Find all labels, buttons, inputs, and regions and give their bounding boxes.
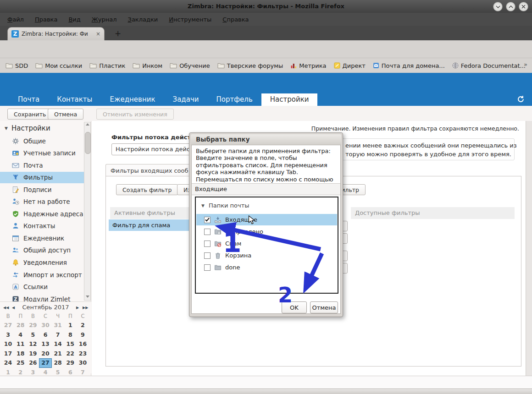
calendar-day[interactable]: 20 — [39, 349, 51, 359]
folder-row[interactable]: done — [196, 262, 337, 273]
bookmark-item[interactable]: Метрика — [290, 62, 326, 69]
calendar-day[interactable]: 15 — [64, 339, 77, 349]
incoming-filters-tab[interactable]: Фильтры входящих сооб — [105, 164, 195, 176]
bookmark-item[interactable]: Почта для домена... — [373, 62, 445, 69]
menu-item[interactable]: Справка — [222, 16, 249, 23]
calendar-day[interactable]: 30 — [39, 321, 51, 330]
folder-checkbox[interactable] — [204, 229, 211, 235]
menu-item[interactable]: Инструменты — [169, 16, 211, 23]
sidebar-item-mail[interactable]: Почта — [0, 159, 84, 171]
sidebar-item-trusted[interactable]: Надежные адреса — [0, 208, 84, 219]
sidebar-item-contacts[interactable]: Контакты — [0, 220, 84, 232]
menu-item[interactable]: Правка — [35, 16, 57, 23]
zimbra-tab[interactable]: Контакты — [48, 93, 101, 106]
calendar-day[interactable]: 19 — [27, 349, 39, 359]
refresh-icon[interactable] — [517, 95, 525, 103]
calendar-day[interactable]: 29 — [27, 321, 39, 330]
calendar-day[interactable]: 28 — [52, 358, 64, 368]
calendar-day[interactable]: 17 — [2, 349, 14, 359]
calendar-day[interactable]: 25 — [14, 358, 27, 368]
tab-close-icon[interactable]: × — [96, 31, 100, 37]
calendar-day[interactable]: 30 — [77, 358, 89, 368]
browser-tab[interactable]: Z Zimbra: Настройки: Фи × — [7, 27, 105, 40]
sidebar-item-away[interactable]: Нет на работе — [0, 196, 84, 208]
sidebar-item-filter[interactable]: Фильтры — [0, 172, 84, 183]
bookmark-item[interactable]: Мои ссылки — [35, 62, 82, 69]
bookmark-item[interactable]: Инком — [133, 62, 162, 69]
save-button[interactable]: Сохранить — [7, 109, 52, 120]
calendar-day[interactable]: 2 — [77, 321, 89, 330]
calendar-day[interactable]: 14 — [52, 339, 64, 349]
menu-item[interactable]: Закладки — [128, 16, 158, 23]
folder-row[interactable]: Спам — [196, 238, 337, 249]
sidebar-header[interactable]: ▼Настройки — [5, 124, 50, 132]
bookmarks-overflow-chevron[interactable]: » — [524, 61, 527, 68]
folder-checkbox[interactable] — [204, 241, 211, 247]
calendar-day[interactable]: 8 — [64, 330, 77, 340]
calendar-day[interactable]: 22 — [64, 349, 77, 359]
sidebar-item-calendar[interactable]: Ежедневник — [0, 232, 84, 244]
calendar-day[interactable]: 23 — [77, 349, 89, 359]
zimbra-tab[interactable]: Задачи — [164, 93, 208, 106]
folder-checkbox[interactable] — [204, 217, 211, 223]
menu-item[interactable]: Вид — [68, 16, 80, 23]
bookmark-item[interactable]: Тверские форумы — [217, 62, 283, 69]
new-tab-button[interactable]: + — [111, 29, 125, 39]
folder-row[interactable]: Корзина — [196, 250, 337, 261]
calendar-next-year-icon[interactable]: ▶▶ — [83, 306, 88, 310]
maximize-button[interactable] — [506, 2, 515, 11]
calendar-day[interactable]: 13 — [39, 339, 51, 349]
zimbra-tab[interactable]: Портфель — [208, 93, 261, 106]
sidebar-item-importexport[interactable]: Импорт и экспорт — [0, 269, 84, 280]
calendar-day[interactable]: 12 — [27, 339, 39, 349]
menu-item[interactable]: Журнал — [92, 16, 117, 23]
calendar-day[interactable]: 16 — [77, 339, 89, 349]
calendar-day[interactable]: 18 — [14, 349, 27, 359]
calendar-day[interactable]: 3 — [2, 330, 14, 340]
folder-row[interactable]: Входящие — [196, 214, 337, 225]
sidebar-item-accounts[interactable]: Учетные записи — [0, 148, 84, 159]
folder-checkbox[interactable] — [204, 252, 211, 259]
calendar-day[interactable]: 27 — [39, 358, 51, 368]
bookmark-item[interactable]: Обучение — [170, 62, 210, 69]
menu-item[interactable]: Файл — [7, 16, 24, 23]
bookmark-item[interactable]: Fedora Documentat... — [452, 62, 526, 69]
calendar-day[interactable]: 11 — [14, 339, 27, 349]
minimize-button[interactable] — [493, 2, 503, 11]
calendar-day[interactable]: 5 — [27, 330, 39, 340]
calendar-day[interactable]: 21 — [52, 349, 64, 359]
calendar-day[interactable]: 9 — [77, 330, 89, 340]
calendar-day[interactable]: 27 — [2, 321, 14, 330]
sidebar-item-bell[interactable]: Уведомления — [0, 257, 84, 268]
folder-checkbox[interactable] — [204, 264, 211, 271]
calendar-day[interactable]: 26 — [27, 358, 39, 368]
scrollbar-down-icon[interactable] — [86, 296, 89, 298]
calendar-day[interactable]: 28 — [14, 321, 27, 330]
zimbra-tab[interactable]: Настройки — [261, 93, 318, 106]
dialog-title[interactable]: Выбрать папку — [191, 134, 341, 145]
folder-tree-header[interactable]: ▼Папки почты — [201, 202, 249, 209]
sidebar-item-links[interactable]: AСсылки — [0, 281, 84, 293]
bookmark-item[interactable]: SDD — [6, 62, 28, 69]
calendar-day[interactable]: 7 — [52, 330, 64, 340]
calendar-day[interactable]: 1 — [64, 321, 77, 330]
scrollbar-up-icon[interactable] — [86, 123, 89, 126]
folder-filter-input[interactable]: Входящие — [192, 183, 340, 195]
calendar-day[interactable]: 10 — [2, 339, 14, 349]
bookmark-item[interactable]: Пластик — [89, 62, 125, 69]
zimbra-tab[interactable]: Почта — [9, 93, 48, 106]
dialog-cancel-button[interactable]: Отмена — [310, 301, 338, 313]
calendar-day[interactable]: 24 — [2, 358, 14, 368]
create-filter-button[interactable]: Создать фильтр — [116, 184, 178, 195]
zimbra-tab[interactable]: Ежедневник — [101, 93, 164, 106]
undo-changes-button[interactable]: Отменить изменения — [96, 109, 174, 120]
content-scrollbar[interactable] — [526, 121, 532, 376]
calendar-day[interactable]: 6 — [39, 330, 51, 340]
sidebar-item-gear[interactable]: Общие — [0, 135, 84, 147]
calendar-next-month-icon[interactable]: ▶ — [76, 306, 79, 310]
close-button[interactable] — [519, 2, 528, 11]
calendar-day[interactable]: 4 — [14, 330, 27, 340]
cancel-button[interactable]: Отмена — [48, 109, 83, 120]
sidebar-scrollbar-thumb[interactable] — [85, 132, 91, 154]
sidebar-item-signature[interactable]: Подписи — [0, 184, 84, 195]
